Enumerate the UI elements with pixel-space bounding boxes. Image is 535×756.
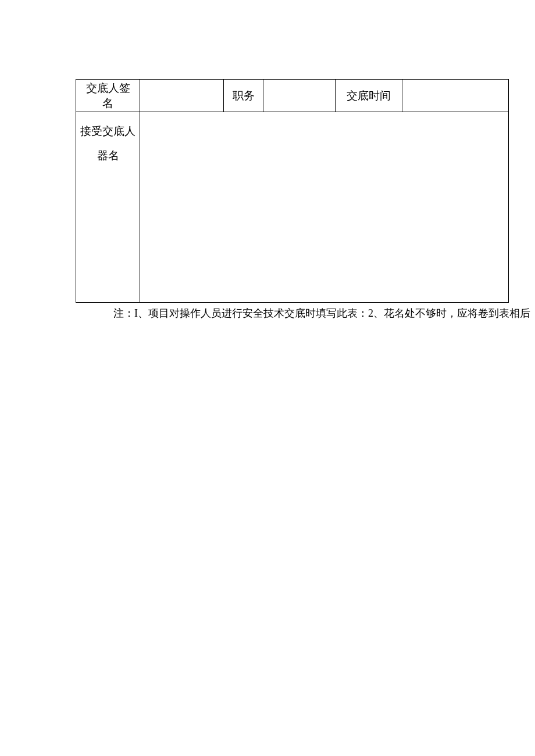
form-table-container: 交底人签名 职务 交底时间 接受交底人器名 bbox=[76, 79, 509, 303]
time-value-cell bbox=[402, 80, 509, 112]
footnote-text: 注：I、项目对操作人员进行安全技术交底时填写此表：2、花名处不够时，应将卷到表相… bbox=[113, 306, 530, 320]
signer-label-cell: 交底人签名 bbox=[76, 80, 140, 112]
table-row: 接受交底人器名 bbox=[76, 112, 509, 303]
recipient-content-cell bbox=[140, 112, 509, 303]
signer-value-cell bbox=[140, 80, 224, 112]
position-value-cell bbox=[263, 80, 335, 112]
table-row: 交底人签名 职务 交底时间 bbox=[76, 80, 509, 112]
time-label-cell: 交底时间 bbox=[335, 80, 402, 112]
position-label-cell: 职务 bbox=[224, 80, 263, 112]
form-table: 交底人签名 职务 交底时间 接受交底人器名 bbox=[76, 79, 509, 303]
recipient-vertical-label: 接受交底人器名 bbox=[76, 112, 140, 303]
